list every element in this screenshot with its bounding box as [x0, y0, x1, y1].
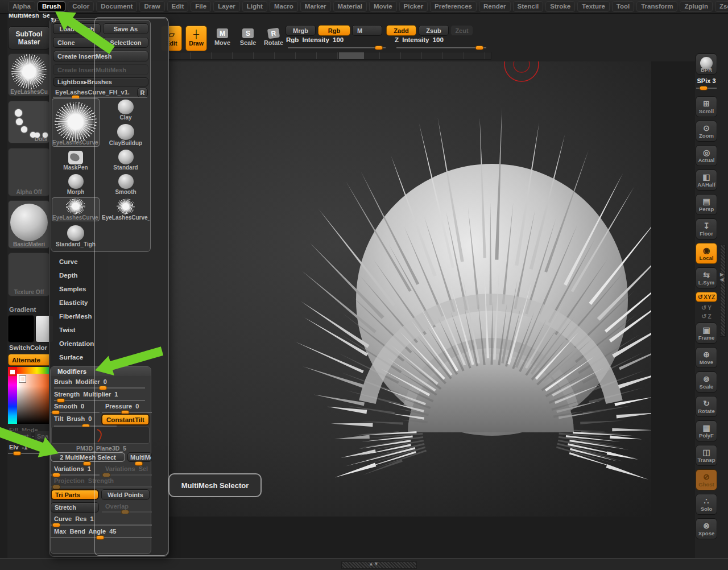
- rgb-intensity-slider[interactable]: [288, 46, 386, 50]
- right-shelf-button[interactable]: ◎ Actual: [696, 145, 717, 166]
- timeline-thumb[interactable]: [339, 52, 364, 59]
- right-shelf-button[interactable]: ↺ XYZ: [696, 292, 717, 302]
- menu-item[interactable]: Render: [479, 1, 511, 12]
- menu-item[interactable]: Alpha: [8, 1, 35, 12]
- zcut-button[interactable]: Zcut: [450, 25, 473, 36]
- slider-handle[interactable]: [700, 86, 708, 90]
- hue-strip-top[interactable]: [17, 367, 50, 374]
- brush-thumb[interactable]: EyeLashesCurve_F: [102, 197, 150, 221]
- create-insertmultimesh-button[interactable]: Create InsertMultiMesh: [53, 64, 148, 75]
- brush-thumb[interactable]: Clay: [102, 98, 150, 121]
- max-bend-angle-slider[interactable]: [51, 535, 152, 540]
- zsub-button[interactable]: Zsub: [419, 25, 449, 36]
- right-shelf-button[interactable]: ▣ Frame: [696, 323, 717, 344]
- menu-item[interactable]: Tool: [612, 1, 634, 12]
- right-shelf-button[interactable]: ⊕ Move: [696, 347, 717, 368]
- right-shelf-button[interactable]: ▦ PolyF: [696, 420, 717, 441]
- hue-marker[interactable]: [9, 368, 16, 376]
- brush-thumb[interactable]: MaskPen: [52, 148, 100, 171]
- bottom-tray-divider[interactable]: [341, 561, 417, 569]
- menu-item[interactable]: Draw: [139, 1, 164, 12]
- refresh-icon[interactable]: ↻: [51, 16, 56, 24]
- slider-handle[interactable]: [375, 46, 383, 50]
- rgb-button[interactable]: Rgb: [318, 25, 350, 36]
- subpalette-header[interactable]: Curve: [59, 255, 94, 269]
- elv-slider[interactable]: [8, 451, 50, 456]
- right-shelf-button[interactable]: ⇆ L.Sym: [696, 267, 717, 288]
- rotate-button[interactable]: R Rotate: [262, 28, 285, 50]
- right-shelf-button[interactable]: ↺ Z: [696, 312, 717, 321]
- menu-item[interactable]: Transform: [636, 1, 677, 12]
- draw-button[interactable]: ┼ Draw: [185, 26, 207, 51]
- right-tray-divider[interactable]: [720, 245, 726, 337]
- right-shelf-button[interactable]: ⊘ Ghost: [696, 469, 717, 490]
- current-stroke-thumb[interactable]: Dots: [8, 101, 50, 143]
- menu-item[interactable]: Zplugin: [680, 1, 713, 12]
- bottom-tray-arrows[interactable]: ▲▼: [369, 561, 379, 567]
- mrgb-button[interactable]: Mrgb: [286, 25, 316, 36]
- save-as-button[interactable]: Save As: [103, 23, 148, 34]
- brush-thumb[interactable]: ClayBuildup: [102, 123, 150, 147]
- subtool-master-button[interactable]: SubTool Master: [8, 26, 50, 49]
- brush-thumb[interactable]: Standard: [102, 148, 150, 171]
- lightbox-brushes-button[interactable]: Lightbox▸Brushes: [53, 77, 148, 86]
- menu-item[interactable]: Brush: [38, 1, 65, 12]
- strength-multiplier-slider[interactable]: [54, 398, 145, 403]
- right-shelf-button[interactable]: ↻ Rotate: [696, 396, 717, 417]
- subpalette-header[interactable]: Samples: [59, 282, 94, 296]
- brush-thumb-selected-large[interactable]: EyeLashesCurve_F: [52, 98, 100, 147]
- mesh-preview[interactable]: [51, 427, 150, 444]
- right-shelf-button[interactable]: ↧ Floor: [696, 218, 717, 239]
- menu-item[interactable]: Movie: [369, 1, 397, 12]
- bpr-button[interactable]: BPR: [696, 53, 717, 75]
- right-shelf-button[interactable]: ◉ Local: [696, 243, 717, 264]
- brush-thumb-selected[interactable]: EyeLashesCurve_F: [52, 197, 100, 221]
- constant-tilt-button[interactable]: ConstantTilt: [101, 414, 150, 426]
- subpalette-header[interactable]: Orientation: [59, 337, 94, 350]
- brush-thumb[interactable]: Morph: [52, 173, 100, 196]
- menu-item[interactable]: Edit: [167, 1, 189, 12]
- right-shelf-button[interactable]: ◫ Transp: [696, 445, 717, 466]
- switchcolor-label[interactable]: SwitchColor: [9, 344, 47, 351]
- menu-item[interactable]: Texture: [577, 1, 610, 12]
- multimesh-select-button[interactable]: 2 MultiMesh Select: [51, 452, 125, 462]
- curve-res-slider[interactable]: [51, 523, 152, 527]
- current-brush-thumb[interactable]: EyeLashesCu: [8, 53, 50, 96]
- menu-item[interactable]: Stroke: [545, 1, 575, 12]
- create-insertmesh-button[interactable]: Create InsertMesh: [53, 51, 148, 61]
- menu-item[interactable]: Document: [96, 1, 137, 12]
- right-shelf-button[interactable]: ⊞ Scroll: [696, 96, 717, 117]
- menu-item[interactable]: Marker: [300, 1, 331, 12]
- stretch-button[interactable]: Stretch: [51, 502, 99, 513]
- tri-parts-button[interactable]: Tri Parts: [51, 489, 99, 500]
- multime-button[interactable]: MultiMe: [127, 452, 152, 462]
- menu-item[interactable]: Layer: [213, 1, 240, 12]
- color-picker[interactable]: [8, 367, 51, 424]
- select-icon-button[interactable]: SelectIcon: [103, 37, 148, 48]
- menu-item[interactable]: Zscript: [715, 1, 728, 12]
- menu-item[interactable]: Color: [68, 1, 94, 12]
- subpalette-header[interactable]: Elasticity: [59, 296, 94, 309]
- right-shelf-button[interactable]: ⊗ Xpose: [696, 518, 717, 539]
- brush-modifier-slider[interactable]: [54, 386, 145, 390]
- slider-handle[interactable]: [13, 451, 22, 456]
- right-shelf-button[interactable]: ⊚ Scale: [696, 371, 717, 393]
- menu-item[interactable]: Picker: [399, 1, 428, 12]
- scale-button[interactable]: S Scale: [237, 28, 259, 50]
- m-button[interactable]: M: [352, 25, 382, 36]
- right-shelf-button[interactable]: ↺ Y: [696, 304, 717, 312]
- slider-handle[interactable]: [475, 46, 484, 50]
- weld-points-button[interactable]: Weld Points: [101, 489, 150, 500]
- modifiers-header[interactable]: Modifiers: [51, 367, 151, 376]
- spix-control[interactable]: SPix 3: [695, 78, 718, 93]
- sv-marker[interactable]: [19, 376, 26, 382]
- smooth-slider[interactable]: [51, 410, 100, 415]
- alternate-button[interactable]: Alternate: [8, 354, 51, 366]
- brush-thumb[interactable]: Smooth: [102, 173, 150, 196]
- right-shelf-button[interactable]: ∴ Solo: [696, 494, 717, 515]
- subpalette-header[interactable]: FiberMesh: [59, 309, 94, 323]
- zadd-button[interactable]: Zadd: [386, 25, 416, 36]
- viewport-canvas[interactable]: [108, 61, 651, 517]
- menu-item[interactable]: Stencil: [513, 1, 544, 12]
- z-intensity-slider[interactable]: [396, 46, 486, 50]
